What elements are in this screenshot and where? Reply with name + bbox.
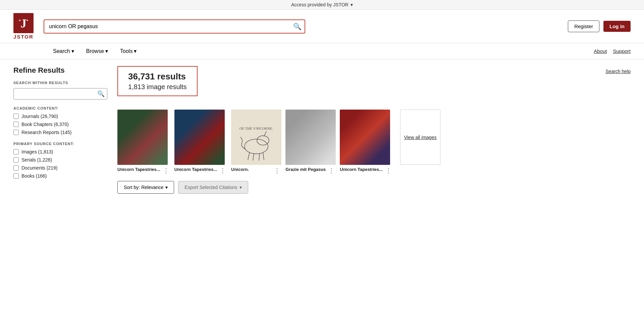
image-thumb-2[interactable]: OF THE VNICORNE.: [231, 110, 281, 165]
nav-right-links: About Support: [594, 48, 631, 54]
sidebar: Refine Results SEARCH WITHIN RESULTS 🔍 A…: [13, 66, 107, 194]
image-caption-3: Grazie mit Pegasus ⋮: [285, 167, 336, 174]
results-area: 36,731 results 1,813 image results Searc…: [117, 66, 631, 194]
svg-text:❧: ❧: [26, 18, 29, 22]
filter-journals-label[interactable]: Journals (26,790): [21, 114, 58, 119]
main-search-input[interactable]: [44, 19, 305, 34]
register-button[interactable]: Register: [568, 20, 599, 32]
filter-book-chapters-checkbox[interactable]: [13, 122, 19, 127]
image-item-0: Unicorn Tapestries... ⋮: [117, 110, 170, 174]
logo-label: JSTOR: [13, 34, 34, 40]
image-thumb-4[interactable]: [340, 110, 390, 165]
sidebar-title: Refine Results: [13, 66, 107, 75]
sort-chevron-icon: ▾: [165, 185, 168, 190]
results-header-row: 36,731 results 1,813 image results Searc…: [117, 66, 631, 103]
image-title-1: Unicorn Tapestries...: [174, 167, 217, 173]
sort-label: Sort by: Relevance: [124, 185, 163, 190]
search-within-label: SEARCH WITHIN RESULTS: [13, 81, 107, 85]
nav-browse[interactable]: Browse ▾: [80, 43, 114, 59]
main-search-button[interactable]: 🔍: [289, 19, 305, 34]
search-help-link[interactable]: Search help: [605, 69, 631, 74]
export-label: Export Selected Citations: [184, 185, 237, 190]
access-banner: Access provided by JSTOR ▾: [0, 0, 644, 10]
image-menu-0[interactable]: ⋮: [162, 167, 170, 174]
filter-journals-checkbox[interactable]: [13, 114, 19, 119]
image-caption-1: Unicorn Tapestries... ⋮: [174, 167, 227, 174]
filter-research-reports: Research Reports (145): [13, 130, 107, 135]
image-caption-4: Unicorn Tapestries... ⋮: [340, 167, 393, 174]
banner-chevron[interactable]: ▾: [351, 2, 353, 7]
filter-research-reports-checkbox[interactable]: [13, 130, 19, 135]
filter-serials-checkbox[interactable]: [13, 157, 19, 163]
filter-images: Images (1,813): [13, 149, 107, 154]
export-chevron-icon: ▾: [239, 185, 242, 190]
filter-books: Books (166): [13, 173, 107, 179]
view-all-label: View all images: [404, 135, 436, 140]
results-count-box: 36,731 results 1,813 image results: [117, 66, 198, 96]
nav-search-label: Search: [53, 48, 70, 54]
nav-support-link[interactable]: Support: [613, 48, 631, 54]
primary-content-label: PRIMARY SOURCE CONTENT:: [13, 142, 107, 146]
filter-images-checkbox[interactable]: [13, 149, 19, 154]
search-help-label: Search help: [605, 69, 631, 74]
filter-documents: Documents (219): [13, 165, 107, 171]
main-content: Refine Results SEARCH WITHIN RESULTS 🔍 A…: [0, 59, 644, 200]
image-menu-2[interactable]: ⋮: [273, 167, 281, 174]
export-citations-button[interactable]: Export Selected Citations ▾: [178, 181, 248, 194]
search-icon: 🔍: [293, 22, 302, 30]
image-title-3: Grazie mit Pegasus: [285, 167, 326, 173]
image-title-0: Unicorn Tapestries...: [117, 167, 160, 173]
sort-button[interactable]: Sort by: Relevance ▾: [117, 181, 174, 194]
image-item-4: Unicorn Tapestries... ⋮: [340, 110, 393, 174]
nav-browse-label: Browse: [86, 48, 104, 54]
image-title-2: Unicorn.: [231, 167, 271, 173]
image-strip: Unicorn Tapestries... ⋮ Unicorn Tapestri…: [117, 110, 631, 174]
image-menu-4[interactable]: ⋮: [384, 167, 393, 174]
banner-text: Access provided by JSTOR: [291, 2, 348, 7]
image-thumb-0[interactable]: [117, 110, 168, 165]
image-thumb-3[interactable]: [285, 110, 336, 165]
image-menu-1[interactable]: ⋮: [218, 167, 227, 174]
image-menu-3[interactable]: ⋮: [327, 167, 336, 174]
nav-search[interactable]: Search ▾: [47, 43, 80, 59]
filter-books-label[interactable]: Books (166): [21, 173, 47, 179]
header-right: Register Log in: [568, 20, 631, 32]
filter-serials-label[interactable]: Serials (1,228): [21, 157, 52, 163]
nav-bar: Search ▾ Browse ▾ Tools ▾ About Support: [0, 43, 644, 59]
filter-images-label[interactable]: Images (1,813): [21, 149, 53, 154]
logo-svg: J ❧ ❧: [15, 15, 32, 32]
search-within-icon: 🔍: [97, 90, 105, 98]
nav-tools-label: Tools: [120, 48, 132, 54]
logo-link[interactable]: J ❧ ❧ JSTOR: [13, 13, 34, 40]
filter-documents-label[interactable]: Documents (219): [21, 165, 57, 171]
search-within-wrap: 🔍: [13, 88, 107, 100]
academic-content-label: ACADEMIC CONTENT:: [13, 106, 107, 110]
image-thumb-1[interactable]: [174, 110, 225, 165]
nav-tools[interactable]: Tools ▾: [114, 43, 143, 59]
results-image-count: 1,813 image results: [128, 83, 187, 91]
image-item-2: OF THE VNICORNE. U: [231, 110, 281, 174]
image-caption-0: Unicorn Tapestries... ⋮: [117, 167, 170, 174]
nav-about-link[interactable]: About: [594, 48, 607, 54]
filter-journals: Journals (26,790): [13, 114, 107, 119]
filter-research-reports-label[interactable]: Research Reports (145): [21, 130, 71, 135]
filter-serials: Serials (1,228): [13, 157, 107, 163]
nav-search-chevron: ▾: [71, 48, 74, 54]
image-caption-2: Unicorn. ⋮: [231, 167, 281, 174]
main-search-bar: 🔍: [44, 19, 305, 34]
filter-documents-checkbox[interactable]: [13, 165, 19, 171]
svg-text:❧: ❧: [18, 18, 21, 22]
svg-text:OF THE VNICORNE.: OF THE VNICORNE.: [239, 126, 273, 130]
filter-book-chapters-label[interactable]: Book Chapters (6,370): [21, 122, 69, 127]
header: J ❧ ❧ JSTOR 🔍 Register Log in: [0, 10, 644, 43]
image-item-3: Grazie mit Pegasus ⋮: [285, 110, 336, 174]
nav-browse-chevron: ▾: [105, 48, 108, 54]
results-count: 36,731 results: [128, 71, 187, 82]
search-within-input[interactable]: [13, 88, 107, 100]
filter-book-chapters: Book Chapters (6,370): [13, 122, 107, 127]
filter-books-checkbox[interactable]: [13, 173, 19, 179]
login-button[interactable]: Log in: [603, 21, 631, 32]
view-all-images-box[interactable]: View all images: [400, 110, 440, 165]
image-title-4: Unicorn Tapestries...: [340, 167, 383, 173]
nav-tools-chevron: ▾: [134, 48, 137, 54]
